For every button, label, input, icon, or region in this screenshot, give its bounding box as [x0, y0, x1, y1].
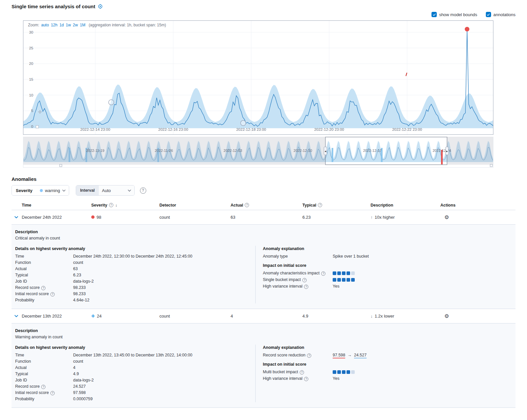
anomaly-actual: 63 — [231, 215, 302, 220]
detail-field-row: Initial record score?98.233 — [15, 291, 255, 297]
col-header-description[interactable]: Description — [371, 203, 440, 208]
page-header: Single time series analysis of count — [12, 3, 515, 10]
context-x-axis-label: 2022-12-17 — [363, 149, 381, 153]
help-icon[interactable]: ? — [307, 353, 311, 358]
info-icon[interactable]: ? — [318, 203, 322, 207]
collapse-row-button[interactable] — [12, 215, 18, 219]
critical-anomaly-point — [465, 27, 469, 31]
explanation-row: Multi bucket impact? — [263, 369, 509, 375]
help-icon[interactable]: ? — [321, 271, 325, 276]
y-axis-label: 20 — [29, 62, 33, 66]
collapse-row-button[interactable] — [12, 314, 18, 318]
context-chart-canvas[interactable]: 2022-11-192022-11-262022-12-032022-12-10… — [23, 137, 493, 167]
zoom-option-12h[interactable]: 12h — [51, 23, 57, 27]
context-x-axis-label: 2022-11-19 — [86, 149, 104, 153]
zoom-option-1d[interactable]: 1d — [59, 23, 64, 27]
row-actions-gear-icon[interactable]: ⚙ — [444, 215, 449, 220]
x-axis-label: 2022-12-14 23:00 — [80, 127, 110, 131]
info-icon[interactable]: ? — [245, 203, 249, 207]
col-header-time[interactable]: Time — [22, 203, 91, 208]
show-model-bounds-checkbox[interactable]: show model bounds — [431, 12, 477, 17]
y-axis-label: 15 — [29, 77, 33, 81]
details-list-title: Details on highest severity anomaly — [15, 345, 255, 351]
interval-select[interactable]: Auto — [99, 185, 134, 195]
details-description-title: Description — [15, 328, 509, 334]
explanation-row: Record score reduction?97.598→24.527 — [263, 352, 509, 358]
anomaly-detail-fields: TimeDecember 13th 2022, 13:45:00 to Dece… — [15, 352, 255, 402]
zoom-option-auto[interactable]: auto — [41, 23, 49, 27]
details-list-title: Details on highest severity anomaly — [15, 246, 255, 252]
anomaly-severity: 98 — [91, 215, 159, 220]
help-icon[interactable]: ? — [41, 385, 45, 389]
severity-filter-group: Severity warning — [12, 185, 69, 196]
detail-field-row: Typical4.9 — [15, 371, 255, 377]
zoom-option-1M[interactable]: 1M — [80, 23, 85, 27]
anomalies-table-header: Time Severity?↓ Detector Actual? Typical… — [12, 200, 515, 210]
scroll-handle-right[interactable] — [490, 164, 492, 167]
detail-field-row: Record score?98.233 — [15, 285, 255, 291]
detail-field-row: Job IDdata-logs-2 — [15, 377, 255, 383]
zoom-option-2w[interactable]: 2w — [73, 23, 78, 27]
detail-field-row: Probability0.0000759 — [15, 396, 255, 402]
detail-field-row: Functioncount — [15, 260, 255, 266]
col-header-typical[interactable]: Typical? — [302, 203, 371, 208]
col-header-severity[interactable]: Severity?↓ — [91, 203, 159, 208]
impact-score-squares — [333, 271, 355, 275]
y-axis-label: 25 — [29, 46, 33, 50]
detail-field-value: December 24th 2022, 12:30:00 to December… — [73, 253, 192, 260]
context-overview-chart[interactable]: 2022-11-192022-11-262022-12-032022-12-10… — [23, 137, 493, 168]
explanation-value: Yes — [333, 283, 339, 290]
anomaly-details-panel: Description Critical anomaly in count De… — [12, 225, 515, 309]
sort-desc-icon: ↓ — [115, 203, 117, 208]
explanation-value: Yes — [333, 375, 339, 382]
impact-title: Impact on initial score — [263, 263, 509, 269]
help-icon[interactable]: ? — [50, 292, 55, 296]
anomalies-heading: Anomalies — [12, 176, 515, 182]
help-icon[interactable]: ? — [302, 278, 307, 282]
impact-score-squares — [333, 278, 355, 282]
anomaly-details-panel: Description Warning anomaly in count Det… — [12, 323, 515, 408]
details-description-text: Critical anomaly in count — [15, 235, 509, 241]
col-header-actual[interactable]: Actual? — [231, 203, 302, 208]
col-header-detector[interactable]: Detector — [159, 203, 231, 208]
main-chart-canvas[interactable]: ✛0510152025302022-12-14 23:002022-12-16 … — [23, 21, 493, 134]
anomaly-row[interactable]: December 24th 2022 98 count 63 6.23 ↑10x… — [12, 210, 515, 225]
anomaly-severity: ✚24 — [91, 314, 159, 319]
explanation-row: High variance interval?Yes — [263, 375, 509, 382]
crosshair-icon: ✛ — [38, 109, 42, 115]
severity-filter-value[interactable]: warning — [37, 185, 69, 195]
annotation-circle — [109, 100, 114, 105]
scroll-handle-left[interactable] — [60, 164, 62, 167]
anomaly-description: ↓1.2x lower — [371, 314, 440, 319]
x-axis-label: 2022-12-22 23:00 — [392, 127, 422, 131]
help-icon[interactable]: ? — [304, 285, 308, 289]
anomaly-detector: count — [159, 215, 231, 220]
help-icon[interactable]: ? — [300, 370, 304, 375]
impact-rows: Multi bucket impact?High variance interv… — [263, 369, 509, 382]
drag-handle — [36, 126, 39, 128]
help-icon[interactable]: ? — [304, 377, 308, 381]
help-icon[interactable]: ? — [41, 286, 45, 290]
main-time-series-chart[interactable]: Zoom: auto12h1d1w2w1M (aggregation inter… — [23, 20, 493, 135]
x-axis-label: 2022-12-18 23:00 — [236, 127, 266, 131]
zoom-option-1w[interactable]: 1w — [66, 23, 71, 27]
help-icon[interactable]: ? — [50, 391, 55, 395]
anomaly-description: ↑10x higher — [371, 215, 440, 220]
y-axis-label: 5 — [31, 109, 33, 113]
annotations-checkbox[interactable]: annotations — [486, 12, 515, 17]
detail-field-row: TimeDecember 13th 2022, 13:45:00 to Dece… — [15, 352, 255, 358]
info-icon[interactable]: ? — [109, 203, 113, 207]
chart-display-controls: show model bounds annotations — [12, 11, 515, 18]
anomaly-row[interactable]: December 13th 2022 ✚24 count 4 4.9 ↓1.2x… — [12, 309, 515, 323]
context-mask-right — [447, 137, 493, 165]
row-actions-gear-icon[interactable]: ⚙ — [444, 314, 449, 319]
detail-field-row: Actual63 — [15, 266, 255, 272]
y-axis-label: 0 — [31, 125, 33, 128]
show-model-bounds-label: show model bounds — [439, 12, 477, 17]
severity-filter-label[interactable]: Severity — [12, 185, 37, 195]
model-bounds-band — [23, 85, 493, 128]
interval-help-icon[interactable]: ? — [140, 187, 146, 194]
anomaly-target-icon — [98, 4, 103, 9]
detail-field-row: Initial record score?97.598 — [15, 390, 255, 396]
interval-control: Interval Auto — [76, 185, 134, 196]
